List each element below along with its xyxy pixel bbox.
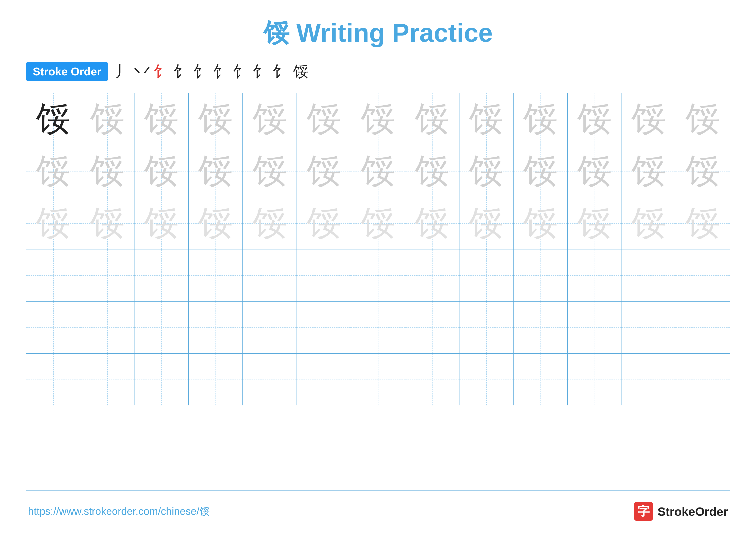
cell-3-12[interactable]: 馁	[622, 197, 676, 249]
cell-3-2[interactable]: 馁	[80, 197, 134, 249]
cell-4-9[interactable]	[459, 249, 514, 301]
cell-5-10[interactable]	[514, 302, 568, 353]
char-display: 馁	[90, 154, 124, 188]
cell-3-13[interactable]: 馁	[676, 197, 730, 249]
cell-3-10[interactable]: 馁	[514, 197, 568, 249]
grid-row-5	[26, 302, 730, 354]
char-display: 馁	[632, 206, 666, 241]
cell-4-4[interactable]	[189, 249, 243, 301]
cell-6-6[interactable]	[297, 354, 351, 405]
cell-5-8[interactable]	[405, 302, 459, 353]
stroke-order-row: Stroke Order 丿 丷 饣 饣 饣 饣 饣 饣 饣 馁	[26, 61, 730, 82]
cell-3-6[interactable]: 馁	[297, 197, 351, 249]
cell-4-13[interactable]	[676, 249, 730, 301]
cell-5-12[interactable]	[622, 302, 676, 353]
cell-5-6[interactable]	[297, 302, 351, 353]
cell-6-8[interactable]	[405, 354, 459, 405]
cell-1-5[interactable]: 馁	[243, 93, 297, 145]
cell-4-3[interactable]	[134, 249, 189, 301]
cell-1-3[interactable]: 馁	[134, 93, 189, 145]
cell-2-2[interactable]: 馁	[80, 145, 134, 197]
cell-4-1[interactable]	[26, 249, 80, 301]
cell-4-2[interactable]	[80, 249, 134, 301]
cell-4-12[interactable]	[622, 249, 676, 301]
cell-1-2[interactable]: 馁	[80, 93, 134, 145]
cell-3-9[interactable]: 馁	[459, 197, 514, 249]
cell-1-6[interactable]: 馁	[297, 93, 351, 145]
cell-6-12[interactable]	[622, 354, 676, 405]
cell-4-11[interactable]	[568, 249, 622, 301]
grid-row-1: 馁 馁 馁 馁 馁 馁 馁 馁 馁	[26, 93, 730, 145]
cell-1-9[interactable]: 馁	[459, 93, 514, 145]
cell-3-5[interactable]: 馁	[243, 197, 297, 249]
cell-1-7[interactable]: 馁	[351, 93, 405, 145]
cell-1-11[interactable]: 馁	[568, 93, 622, 145]
stroke-5: 饣	[194, 61, 209, 82]
cell-4-6[interactable]	[297, 249, 351, 301]
cell-6-1[interactable]	[26, 354, 80, 405]
cell-3-4[interactable]: 馁	[189, 197, 243, 249]
cell-2-8[interactable]: 馁	[405, 145, 459, 197]
cell-6-5[interactable]	[243, 354, 297, 405]
writing-grid[interactable]: 馁 馁 馁 馁 馁 馁 馁 馁 馁	[26, 93, 730, 491]
footer-url[interactable]: https://www.strokeorder.com/chinese/馁	[28, 504, 210, 518]
cell-2-12[interactable]: 馁	[622, 145, 676, 197]
cell-4-7[interactable]	[351, 249, 405, 301]
char-display: 馁	[415, 206, 449, 241]
cell-3-3[interactable]: 馁	[134, 197, 189, 249]
cell-5-9[interactable]	[459, 302, 514, 353]
cell-3-1[interactable]: 馁	[26, 197, 80, 249]
cell-6-9[interactable]	[459, 354, 514, 405]
cell-5-5[interactable]	[243, 302, 297, 353]
cell-5-3[interactable]	[134, 302, 189, 353]
char-display: 馁	[632, 154, 666, 188]
cell-1-12[interactable]: 馁	[622, 93, 676, 145]
cell-6-2[interactable]	[80, 354, 134, 405]
stroke-4: 饣	[174, 61, 190, 82]
grid-row-3: 馁 馁 馁 馁 馁 馁 馁 馁 馁	[26, 197, 730, 249]
char-display: 馁	[686, 102, 720, 136]
cell-2-7[interactable]: 馁	[351, 145, 405, 197]
cell-4-5[interactable]	[243, 249, 297, 301]
cell-6-13[interactable]	[676, 354, 730, 405]
char-display: 馁	[36, 154, 70, 188]
char-display: 馁	[307, 206, 341, 241]
cell-5-1[interactable]	[26, 302, 80, 353]
cell-2-1[interactable]: 馁	[26, 145, 80, 197]
cell-1-13[interactable]: 馁	[676, 93, 730, 145]
cell-2-5[interactable]: 馁	[243, 145, 297, 197]
cell-2-9[interactable]: 馁	[459, 145, 514, 197]
cell-1-10[interactable]: 馁	[514, 93, 568, 145]
cell-4-10[interactable]	[514, 249, 568, 301]
grid-row-4	[26, 249, 730, 302]
footer-brand: 字 StrokeOrder	[634, 502, 728, 521]
cell-5-4[interactable]	[189, 302, 243, 353]
cell-2-3[interactable]: 馁	[134, 145, 189, 197]
cell-4-8[interactable]	[405, 249, 459, 301]
cell-1-4[interactable]: 馁	[189, 93, 243, 145]
cell-3-8[interactable]: 馁	[405, 197, 459, 249]
cell-3-11[interactable]: 馁	[568, 197, 622, 249]
cell-2-13[interactable]: 馁	[676, 145, 730, 197]
char-display: 馁	[253, 206, 287, 241]
stroke-10: 馁	[293, 61, 309, 82]
cell-3-7[interactable]: 馁	[351, 197, 405, 249]
cell-6-4[interactable]	[189, 354, 243, 405]
cell-2-4[interactable]: 馁	[189, 145, 243, 197]
cell-1-1[interactable]: 馁	[26, 93, 80, 145]
cell-6-3[interactable]	[134, 354, 189, 405]
cell-5-11[interactable]	[568, 302, 622, 353]
char-display: 馁	[90, 206, 124, 241]
cell-1-8[interactable]: 馁	[405, 93, 459, 145]
cell-2-6[interactable]: 馁	[297, 145, 351, 197]
char-display: 馁	[36, 102, 70, 136]
cell-2-11[interactable]: 馁	[568, 145, 622, 197]
cell-5-7[interactable]	[351, 302, 405, 353]
cell-6-11[interactable]	[568, 354, 622, 405]
cell-6-7[interactable]	[351, 354, 405, 405]
cell-2-10[interactable]: 馁	[514, 145, 568, 197]
cell-5-2[interactable]	[80, 302, 134, 353]
char-display: 馁	[144, 102, 179, 136]
cell-5-13[interactable]	[676, 302, 730, 353]
cell-6-10[interactable]	[514, 354, 568, 405]
